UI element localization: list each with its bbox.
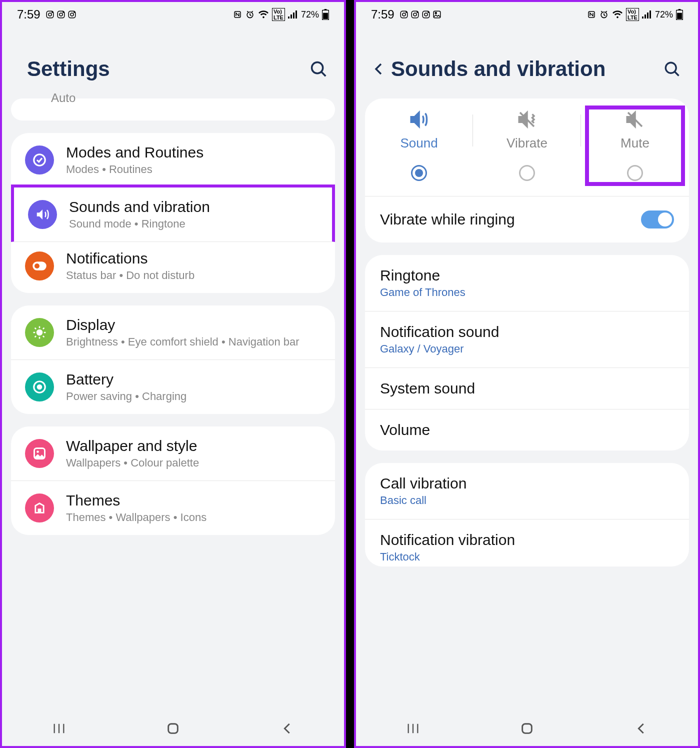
wallpaper-icon xyxy=(25,439,54,468)
settings-group-2: Display Brightness • Eye comfort shield … xyxy=(11,306,335,414)
svg-rect-45 xyxy=(650,10,651,18)
svg-rect-43 xyxy=(644,14,646,18)
volte-icon: Vo)LTE xyxy=(626,8,639,21)
settings-group-3: Wallpaper and style Wallpapers • Colour … xyxy=(11,426,335,535)
svg-point-26 xyxy=(36,450,39,453)
detail-value: Basic call xyxy=(380,494,674,507)
setting-title: Display xyxy=(66,316,321,334)
setting-sounds-vibration[interactable]: Sounds and vibration Sound mode • Ringto… xyxy=(11,184,335,242)
nfc-icon xyxy=(233,10,242,19)
recents-button[interactable] xyxy=(52,722,66,736)
svg-rect-14 xyxy=(296,10,297,18)
status-time: 7:59 xyxy=(371,8,394,22)
setting-ringtone[interactable]: Ringtone Game of Thrones xyxy=(365,255,689,312)
svg-point-5 xyxy=(62,12,64,13)
home-button[interactable] xyxy=(520,722,534,736)
svg-rect-11 xyxy=(288,16,290,18)
notifications-icon xyxy=(25,252,54,280)
setting-title: Notifications xyxy=(66,250,321,267)
setting-title: Battery xyxy=(66,371,321,388)
back-button[interactable] xyxy=(634,722,648,736)
wifi-icon xyxy=(258,10,269,19)
svg-rect-12 xyxy=(290,14,292,18)
mode-mute[interactable]: Mute xyxy=(581,110,689,181)
mute-mode-icon xyxy=(624,110,646,130)
svg-point-7 xyxy=(70,13,74,16)
setting-subtitle: Sound mode • Ringtone xyxy=(69,218,318,230)
setting-call-vibration[interactable]: Call vibration Basic call xyxy=(365,463,689,520)
alarm-icon xyxy=(599,10,609,20)
back-button[interactable] xyxy=(371,62,391,76)
detail-title: System sound xyxy=(380,380,674,397)
svg-point-39 xyxy=(435,12,436,14)
svg-rect-38 xyxy=(434,11,440,18)
setting-subtitle: Brightness • Eye comfort shield • Naviga… xyxy=(66,336,321,348)
detail-title: Notification vibration xyxy=(380,532,674,548)
nav-bar xyxy=(2,711,344,746)
setting-subtitle: Wallpapers • Colour palette xyxy=(66,456,321,470)
battery-icon xyxy=(676,9,683,20)
svg-point-4 xyxy=(60,13,62,16)
status-app-icons xyxy=(46,10,76,19)
status-bar: 7:59 Vo)LTE 72% xyxy=(2,2,344,27)
mode-label: Vibrate xyxy=(506,136,548,151)
setting-battery[interactable]: Battery Power saving • Charging xyxy=(11,360,335,414)
setting-subtitle: Themes • Wallpapers • Icons xyxy=(66,511,321,524)
setting-modes-routines[interactable]: Modes and Routines Modes • Routines xyxy=(11,133,335,188)
detail-title: Notification sound xyxy=(380,324,674,340)
mode-vibrate[interactable]: Vibrate xyxy=(473,110,581,181)
mode-label: Mute xyxy=(620,136,650,151)
toggle-switch[interactable] xyxy=(641,210,674,228)
sound-mode-selector: Sound Vibrate Mute xyxy=(365,98,689,196)
setting-system-sound[interactable]: System sound xyxy=(365,368,689,410)
setting-title: Wallpaper and style xyxy=(66,438,321,454)
setting-themes[interactable]: Themes Themes • Wallpapers • Icons xyxy=(11,481,335,535)
nav-bar xyxy=(356,711,698,746)
svg-point-49 xyxy=(666,62,676,73)
detail-title: Ringtone xyxy=(380,267,674,284)
setting-volume[interactable]: Volume xyxy=(365,410,689,450)
signal-icon xyxy=(288,10,298,19)
sounds-icon xyxy=(28,200,57,229)
detail-value: Ticktock xyxy=(380,550,674,564)
battery-icon xyxy=(322,9,329,20)
vibrate-while-ringing-row[interactable]: Vibrate while ringing xyxy=(365,196,689,242)
back-button[interactable] xyxy=(280,722,294,736)
recents-button[interactable] xyxy=(406,722,420,736)
setting-subtitle: Power saving • Charging xyxy=(66,390,321,403)
svg-rect-13 xyxy=(293,12,294,18)
svg-point-30 xyxy=(402,13,406,16)
toggle-label: Vibrate while ringing xyxy=(380,211,515,228)
setting-display[interactable]: Display Brightness • Eye comfort shield … xyxy=(11,306,335,360)
volte-icon: Vo)LTE xyxy=(272,8,285,21)
header: Settings xyxy=(2,27,344,98)
mode-sound[interactable]: Sound xyxy=(365,110,473,181)
setting-notifications[interactable]: Notifications Status bar • Do not distur… xyxy=(11,239,335,293)
setting-wallpaper[interactable]: Wallpaper and style Wallpapers • Colour … xyxy=(11,426,335,481)
detail-title: Volume xyxy=(380,422,674,438)
detail-value: Galaxy / Voyager xyxy=(380,342,674,356)
search-button[interactable] xyxy=(663,60,683,78)
status-app-icons xyxy=(400,10,442,19)
setting-title: Modes and Routines xyxy=(66,144,321,161)
vibrate-mode-icon xyxy=(516,110,538,130)
battery-setting-icon xyxy=(25,372,54,402)
svg-point-37 xyxy=(428,12,428,13)
nfc-icon xyxy=(587,10,596,19)
svg-point-2 xyxy=(52,12,52,13)
svg-rect-16 xyxy=(324,9,326,10)
setting-notification-sound[interactable]: Notification sound Galaxy / Voyager xyxy=(365,312,689,368)
setting-title: Themes xyxy=(66,492,321,509)
search-button[interactable] xyxy=(309,60,329,78)
svg-rect-28 xyxy=(168,724,178,734)
svg-rect-27 xyxy=(38,508,42,512)
home-button[interactable] xyxy=(166,722,180,736)
svg-point-33 xyxy=(414,13,416,16)
screen-sounds-vibration: 7:59 Vo)LTE 72% Sounds and vibration xyxy=(354,0,700,748)
svg-rect-50 xyxy=(522,724,532,734)
svg-point-8 xyxy=(74,12,74,13)
display-icon xyxy=(25,318,54,347)
setting-notification-vibration[interactable]: Notification vibration Ticktock xyxy=(365,520,689,566)
svg-rect-44 xyxy=(647,12,648,18)
status-bar: 7:59 Vo)LTE 72% xyxy=(356,2,698,27)
